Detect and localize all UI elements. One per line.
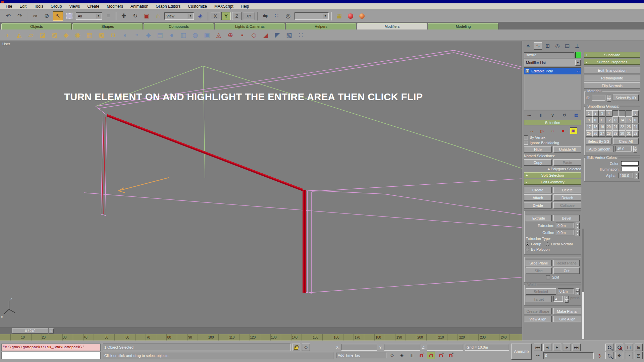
time-slider-handle[interactable]: 0 / 240 — [12, 328, 48, 334]
add-time-tag[interactable]: Add Time Tag — [336, 353, 386, 358]
tab-lights-cameras[interactable]: Lights & Cameras — [215, 23, 285, 29]
modifier-icon[interactable]: ▨ — [50, 31, 59, 40]
illumination-swatch[interactable] — [621, 167, 639, 171]
redo-icon[interactable]: ↷ — [15, 11, 25, 21]
select-by-name-icon[interactable]: ≡ — [103, 11, 113, 21]
reference-coordinate-combo[interactable]: View ▼ — [164, 12, 194, 20]
smoothing-group-button[interactable]: 12 — [606, 117, 612, 123]
chevron-down-icon[interactable]: ▼ — [323, 13, 328, 19]
flip-normals-button[interactable]: Flip Normals — [584, 82, 640, 89]
chevron-down-icon[interactable]: ▼ — [96, 13, 101, 19]
weld-selected-button[interactable]: Selected — [526, 288, 556, 295]
alpha-field[interactable]: 100.0 — [618, 173, 633, 178]
slice-plane-button[interactable]: Slice Plane — [526, 260, 552, 266]
restrict-z-button[interactable]: Z — [232, 12, 241, 20]
selection-filter-combo[interactable]: All ▼ — [76, 12, 102, 20]
by-polygon-radio[interactable] — [526, 248, 529, 251]
weld-target-field[interactable]: 4 — [553, 296, 563, 302]
menu-item[interactable]: Help — [237, 4, 253, 9]
modifier-icon[interactable]: ▥ — [179, 31, 188, 40]
modifier-icon[interactable]: ◢ — [261, 31, 270, 40]
array-icon[interactable]: ∷ — [272, 11, 282, 21]
unhide-all-button[interactable]: Unhide All — [553, 146, 581, 153]
lock-selection-icon[interactable] — [292, 344, 300, 351]
render-scene-icon[interactable] — [357, 11, 367, 21]
smoothing-group-button[interactable]: 9 — [586, 117, 592, 123]
show-end-result-icon[interactable]: ‖ — [536, 112, 545, 118]
stack-expand-icon[interactable]: + — [526, 69, 529, 73]
modifier-icon[interactable]: ◔ — [132, 31, 141, 40]
selection-rollout-header[interactable]: -Selection — [524, 120, 581, 125]
dotted-cube-icon[interactable]: ◈ — [398, 352, 406, 359]
listener-white-line[interactable] — [1, 352, 101, 359]
by-vertex-checkbox[interactable] — [524, 135, 528, 139]
split-checkbox[interactable] — [546, 275, 550, 279]
smoothing-group-button[interactable]: 28 — [606, 130, 612, 137]
rotate-icon[interactable]: ↻ — [130, 11, 140, 21]
element-icon[interactable]: ▣ — [570, 127, 577, 134]
z-coordinate-field[interactable] — [427, 344, 463, 351]
modifier-icon[interactable]: ∷ — [296, 31, 306, 40]
modifier-icon[interactable]: ◗ — [3, 31, 12, 40]
modifier-icon[interactable]: ▦ — [85, 31, 94, 40]
smoothing-group-button[interactable]: 13 — [612, 117, 619, 123]
smoothing-group-button[interactable] — [619, 110, 625, 117]
create-tab-icon[interactable]: ✶ — [524, 42, 532, 50]
smoothing-group-button[interactable]: 1 — [586, 110, 592, 117]
restrict-x-button[interactable]: X — [211, 12, 220, 20]
smoothing-group-button[interactable]: 11 — [599, 117, 605, 123]
modifier-icon[interactable]: ◉ — [73, 31, 83, 40]
manipulate-icon[interactable]: ⋔ — [153, 11, 163, 21]
smoothing-group-button[interactable]: 19 — [599, 124, 605, 130]
tab-modifiers[interactable]: Modifiers — [357, 23, 427, 29]
soft-selection-rollout-header[interactable]: +Soft Selection — [524, 172, 581, 178]
animate-button[interactable]: Animate — [511, 344, 532, 360]
modifier-icon[interactable]: ◍ — [191, 31, 200, 40]
display-tab-icon[interactable]: ▤ — [563, 42, 572, 50]
spinner-snap-icon[interactable]: E — [446, 352, 454, 359]
tab-objects[interactable]: Objects — [1, 23, 72, 29]
auto-smooth-spinner[interactable]: ▲▼ — [633, 146, 637, 152]
modifier-icon[interactable]: ⊕ — [226, 31, 235, 40]
modifier-icon[interactable]: ◬ — [214, 31, 223, 40]
modifier-icon[interactable]: ◇ — [249, 31, 259, 40]
listener-pink-line[interactable]: "C:\gmax\gamepacks\FSX_GMaxGamepack\" — [1, 344, 101, 351]
unlink-icon[interactable]: ⊘ — [42, 11, 52, 21]
weld-selected-field[interactable]: 0.1m — [558, 288, 574, 294]
smoothing-group-button[interactable]: 16 — [632, 117, 639, 123]
degradation-override-icon[interactable]: ◇ — [388, 352, 396, 359]
polygon-icon[interactable]: ■ — [559, 127, 567, 134]
modifier-icon[interactable]: ◭ — [14, 31, 24, 40]
modifier-icon[interactable]: ◪ — [38, 31, 47, 40]
menu-item[interactable]: Edit — [16, 4, 30, 9]
use-pivot-center-icon[interactable]: ◈ — [195, 11, 205, 21]
modifier-icon[interactable]: ▤ — [155, 31, 165, 40]
motion-tab-icon[interactable]: ◎ — [553, 42, 562, 50]
slice-button[interactable]: Slice — [526, 267, 552, 274]
panel-scrollbar[interactable] — [582, 229, 584, 339]
make-planar-button[interactable]: Make Planar — [553, 308, 581, 314]
local-normal-radio[interactable] — [546, 242, 549, 246]
go-to-end-icon[interactable]: ▶▶| — [573, 344, 581, 351]
modifier-icon[interactable]: ◤ — [273, 31, 282, 40]
utilities-tab-icon[interactable]: ⊥ — [573, 42, 581, 50]
track-view-icon[interactable]: ▦ — [334, 11, 344, 21]
pan-hand-icon[interactable]: ❖ — [615, 352, 623, 359]
y-coordinate-field[interactable] — [384, 344, 420, 351]
zoom-extents-icon[interactable]: ▢ — [625, 344, 633, 351]
min-max-toggle-icon[interactable]: ◰ — [635, 352, 643, 359]
edge-icon[interactable]: ▷ — [539, 127, 546, 134]
material-id-spinner[interactable]: ▲▼ — [607, 95, 611, 101]
group-radio[interactable] — [526, 242, 529, 246]
auto-smooth-button[interactable]: Auto Smooth — [586, 146, 614, 152]
remove-modifier-icon[interactable]: ↺ — [560, 112, 569, 118]
paste-button[interactable]: Paste — [553, 159, 581, 166]
border-icon[interactable]: ○ — [549, 127, 556, 134]
key-mode-icon[interactable]: ⊶ — [534, 352, 542, 359]
track-bar[interactable]: 1020304050607080901001101201301401501601… — [0, 334, 522, 341]
vertex-icon[interactable]: ∴ — [528, 127, 536, 134]
absolute-offset-toggle-icon[interactable]: ◇ — [302, 344, 310, 351]
menu-item[interactable]: File — [2, 4, 16, 9]
scale-icon[interactable]: ▣ — [142, 11, 152, 21]
smoothing-group-button[interactable]: 17 — [586, 124, 592, 130]
